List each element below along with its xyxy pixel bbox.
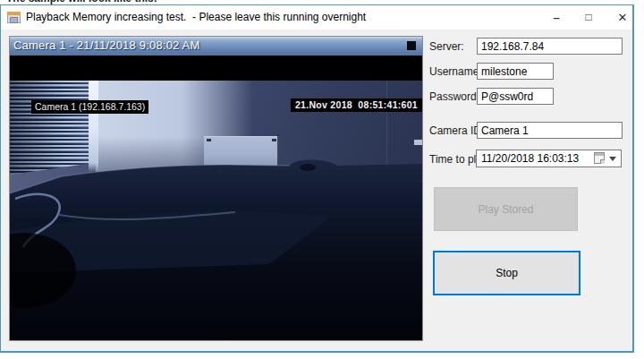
- time-to-play-value: 11/20/2018 16:03:13: [481, 152, 579, 165]
- chevron-down-icon: [609, 157, 616, 161]
- app-window: Playback Memory increasing test. - Pleas…: [0, 4, 634, 353]
- minimize-button[interactable]: –: [541, 5, 572, 30]
- password-label: Password:: [429, 90, 479, 103]
- video-letterbox: [10, 56, 422, 81]
- video-header-bar: Camera 1 - 21/11/2018 9:08:02 AM: [10, 37, 422, 56]
- camera-id-overlay: Camera 1 (192.168.7.163): [31, 100, 148, 114]
- picker-dropdown[interactable]: [592, 151, 619, 166]
- desk-foreground: [10, 81, 422, 340]
- stop-button[interactable]: Stop: [433, 251, 580, 295]
- play-stored-button[interactable]: Play Stored: [434, 187, 578, 231]
- app-form-icon: [7, 12, 21, 23]
- camera-video-frame: Camera 1 - 21/11/2018 9:08:02 AM: [9, 36, 423, 341]
- record-square-icon: [407, 41, 416, 50]
- username-label: Username:: [429, 65, 482, 78]
- camera-id-input[interactable]: [477, 122, 623, 139]
- server-input[interactable]: [477, 38, 623, 55]
- maximize-button[interactable]: □: [573, 5, 604, 30]
- video-title: Camera 1 - 21/11/2018 9:08:02 AM: [13, 38, 200, 52]
- time-to-play-picker[interactable]: 11/20/2018 16:03:13: [476, 150, 622, 167]
- close-button[interactable]: ✕: [607, 5, 638, 30]
- username-input[interactable]: [477, 63, 554, 80]
- timestamp-overlay: 21.Nov 2018 08:51:41:601: [291, 98, 422, 112]
- title-bar: Playback Memory increasing test. - Pleas…: [1, 5, 632, 30]
- server-label: Server:: [429, 40, 464, 53]
- window-title: Playback Memory increasing test. - Pleas…: [26, 11, 366, 23]
- camera-scene: Camera 1 (192.168.7.163) 21.Nov 2018 08:…: [10, 81, 422, 340]
- calendar-icon: [594, 152, 605, 164]
- password-input[interactable]: [477, 88, 554, 105]
